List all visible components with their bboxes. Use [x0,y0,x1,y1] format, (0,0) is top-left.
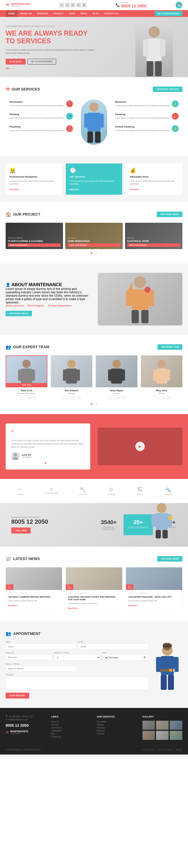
team-m3-gp[interactable]: g+ [162,396,166,400]
footer-service-0[interactable]: Renovation [97,721,137,723]
footer-service-4[interactable]: Cleaning [97,733,137,735]
about-view-more-button[interactable]: VIEW MORE ABOUT [6,311,32,316]
team-dot-3[interactable] [96,403,97,405]
nav-about[interactable]: ABOUT US [18,10,34,17]
facebook-link[interactable]: f [59,3,64,7]
team-m0-fb[interactable]: f [17,396,21,400]
team-m3-in[interactable]: in [167,396,171,400]
team-m2-gp[interactable]: g+ [117,396,121,400]
name-input[interactable] [6,644,76,649]
team-m2-in[interactable]: in [122,396,126,400]
news-card-0-excerpt: Lorem ipsum is simply dummy text. [8,599,60,602]
team-m1-tw[interactable]: t [67,396,71,400]
view-more-news-button[interactable]: VIEW MORE NEWS [157,556,182,562]
gallery-thumb-3[interactable] [143,731,155,740]
footer-service-3[interactable]: Electrical [97,730,137,732]
why-card-0-link[interactable]: Read More → [9,188,22,191]
footer-link-5[interactable]: Contact Us [51,736,91,738]
author-avatar [11,452,20,460]
team-m1-in[interactable]: in [77,396,81,400]
nav-price[interactable]: PRICE [78,10,90,17]
testi-dot-2[interactable] [47,462,49,464]
call-now-button[interactable]: CALL NOW [11,527,31,533]
news-card-1-body: Admin | 09 Comments CHOOSING THE RIGHT D… [66,590,122,612]
testi-dot-3[interactable] [50,462,51,464]
hero-dot-2[interactable] [10,68,12,69]
hero-read-more-button[interactable]: READ MORE [6,59,26,64]
footer-terms-link[interactable]: Terms & Conditions [157,749,173,751]
team-m1-gp[interactable]: g+ [72,396,76,400]
date-input[interactable] [102,654,149,661]
why-card-2-link[interactable]: Read More → [130,188,142,191]
team-m0-tw[interactable]: t [22,396,26,400]
nav-blog[interactable]: BLOG [90,10,102,17]
gallery-thumb-5[interactable] [170,731,182,740]
team-m1-fb[interactable]: f [62,396,66,400]
twitter-link[interactable]: t [65,3,69,7]
news-card-2-read-more[interactable]: Read More → [128,604,140,607]
project-card-1-btn[interactable]: VIEW YOUR PROJECT → [67,243,120,247]
email-input[interactable] [78,644,149,649]
svg-rect-11 [95,131,101,143]
projects-dot-3[interactable] [96,252,97,254]
youtube-link[interactable]: ▶ [82,3,87,7]
play-button[interactable]: ▶ [135,442,145,451]
gallery-thumb-1[interactable] [156,721,169,730]
team-dot-2[interactable] [93,403,95,405]
hero-appointment-button[interactable]: GET IN APPOINTMENT [27,59,56,64]
footer-link-3[interactable]: Testimonials [51,730,91,732]
svg-rect-24 [66,369,77,383]
footer-privacy-link[interactable]: Privacy Policy [143,749,155,751]
news-card-0-read-more[interactable]: Read More → [8,604,20,607]
footer-service-1[interactable]: Painting [97,724,137,726]
space-input[interactable] [6,666,76,672]
testi-dot-1[interactable] [45,462,46,464]
team-m0-in[interactable]: in [32,396,36,400]
message-textarea[interactable] [6,677,149,690]
gallery-thumb-4[interactable] [156,731,169,740]
team-m3-fb[interactable]: f [152,396,156,400]
footer-link-2[interactable]: Our Projects [51,727,91,729]
nav-home[interactable]: HOME [6,10,18,17]
team-m3-tw[interactable]: t [157,396,161,400]
project-card-2-btn[interactable]: VIEW YOUR PROJECT → [127,243,180,247]
top-cta-icon[interactable]: 📅 [176,2,182,8]
nav-services[interactable]: SERVICES [34,10,51,17]
gallery-thumb-2[interactable] [170,721,182,730]
view-more-services-button[interactable]: VIEW MORE SERVICES [153,87,182,92]
linkedin-link[interactable]: in [76,3,81,7]
footer-link-1[interactable]: Services [51,724,91,726]
why-card-1-link[interactable]: Read More → [69,188,82,191]
view-more-team-button[interactable]: VIEW MORE TEAM [158,344,182,350]
hero-dot-3[interactable] [13,68,14,69]
team-m2-fb[interactable]: f [107,396,111,400]
view-more-projects-button[interactable]: VIEW MORE WORK [157,212,182,217]
footer-link-4[interactable]: Blog [51,733,91,735]
google-link[interactable]: g+ [71,3,75,7]
project-card-0-btn[interactable]: VIEW YOUR PROJECT → [8,243,61,247]
hero-dot-1[interactable] [6,68,9,69]
footer-link-0[interactable]: About Us [51,721,91,723]
send-request-button[interactable]: SEND REQUEST [6,693,29,699]
nav-shop[interactable]: SHOP [66,10,78,17]
svg-rect-26 [76,370,80,381]
team-dot-1[interactable] [91,403,92,405]
news-card-1-read-more[interactable]: Read More → [68,607,80,609]
team-member-1-fullname: Alex Edward [51,389,93,392]
footer-sitemap-link[interactable]: Sitemap [176,749,182,751]
gallery-thumb-0[interactable] [143,721,155,730]
service-num-select[interactable]: 123 [54,654,100,660]
about-title: 👤 ABOUT MAINTENANCE [6,282,90,287]
footer-service-2[interactable]: Plumbing [97,727,137,729]
team-m2-tw[interactable]: t [112,396,116,400]
projects-dot-2[interactable] [93,252,95,254]
nav-contact[interactable]: CONTACT US [101,10,121,17]
hero-content: For Immediate Services And (800) 12 2050… [6,25,96,69]
nav-project[interactable]: PROJECT [51,10,66,17]
projects-dot-1[interactable] [91,252,92,254]
phone-input[interactable] [6,654,52,660]
service-festive: ✨ Festive Cleaning Lorem ipsum is simply… [111,122,182,135]
services-center-image [77,98,111,147]
nav-cta-button[interactable]: GET IN APPOINTMENT [155,11,182,16]
team-m0-gp[interactable]: g+ [27,396,31,400]
